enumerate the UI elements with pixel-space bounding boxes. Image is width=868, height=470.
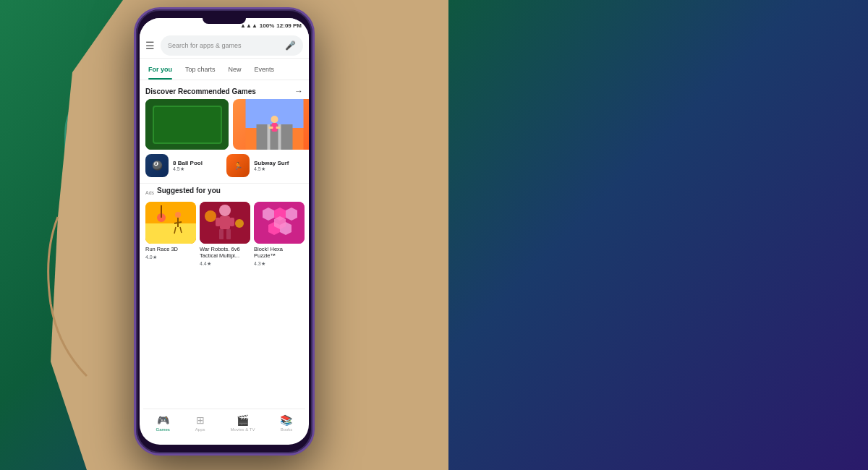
tab-top-charts[interactable]: Top charts [179, 59, 221, 80]
game-banner-subway[interactable] [233, 99, 309, 150]
phone-device: ▲▲▲ 100% 12:09 PM ☰ Search for apps & ga… [134, 7, 315, 456]
app-icon-8ball: 🎱 [145, 154, 169, 177]
tab-bar: For you Top charts New Events [140, 59, 309, 80]
suggested-item-run-race[interactable]: Run Race 3D 4.0★ [145, 202, 196, 267]
nav-item-movies[interactable]: 🎬 Movies & TV [231, 414, 255, 432]
svg-rect-33 [216, 218, 221, 226]
svg-rect-36 [226, 229, 231, 239]
svg-rect-20 [276, 127, 281, 129]
suggested-grid: Run Race 3D 4.0★ [145, 202, 303, 267]
games-nav-icon: 🎮 [157, 414, 169, 426]
svg-point-25 [175, 212, 181, 218]
phone-notch [203, 18, 246, 24]
apps-nav-icon: ⊞ [196, 414, 205, 426]
apps-nav-label: Apps [195, 427, 205, 432]
suggested-item-block-hexa[interactable]: Block! Hexa Puzzle™ 4.3★ [254, 202, 305, 267]
discover-arrow-icon[interactable]: → [294, 86, 303, 96]
nav-item-games[interactable]: 🎮 Games [156, 414, 170, 432]
volume-down-button [134, 111, 135, 132]
app-item-8ball[interactable]: 🎱 8 Ball Pool 4.5★ [145, 154, 222, 177]
suggested-name-war-robots: War Robots. 6v6 Tactical Multipl... [200, 246, 250, 259]
time-display: 12:09 PM [276, 22, 302, 29]
ads-label: Ads [145, 190, 154, 195]
thumb-war-robots [200, 202, 250, 244]
tab-events[interactable]: Events [249, 59, 281, 80]
thumb-run-race [145, 202, 196, 244]
search-bar[interactable]: ☰ Search for apps & games 🎤 [140, 33, 309, 59]
game-banner-8ball[interactable] [145, 99, 229, 150]
svg-point-7 [174, 121, 179, 127]
svg-point-31 [219, 205, 231, 216]
svg-rect-6 [162, 110, 213, 139]
suggested-rating-run-race: 4.0★ [145, 255, 196, 260]
thumb-block-hexa [254, 202, 305, 244]
app-icon-subway: 🏃 [226, 154, 250, 177]
app-info-8ball: 8 Ball Pool 4.5★ [173, 160, 222, 172]
svg-point-17 [271, 116, 278, 123]
svg-line-11 [169, 122, 191, 132]
tab-new[interactable]: New [223, 59, 247, 80]
suggested-name-run-race: Run Race 3D [145, 246, 196, 252]
app-rating-subway: 4.5★ [254, 166, 303, 172]
nav-item-books[interactable]: 📚 Books [280, 414, 292, 432]
nav-item-apps[interactable]: ⊞ Apps [195, 414, 205, 432]
battery-text: 100% [260, 22, 274, 29]
bottom-nav: 🎮 Games ⊞ Apps 🎬 Movies & TV 📚 Books [143, 409, 305, 436]
svg-point-37 [205, 210, 216, 222]
books-nav-icon: 📚 [280, 414, 292, 426]
ads-section: Ads Suggested for you [140, 183, 309, 270]
svg-point-9 [201, 124, 205, 129]
tab-for-you[interactable]: For you [142, 59, 178, 80]
suggested-rating-block-hexa: 4.3★ [254, 261, 305, 267]
discover-title: Discover Recommended Games [145, 87, 256, 95]
svg-rect-34 [229, 218, 234, 226]
svg-line-10 [176, 121, 198, 124]
hamburger-icon[interactable]: ☰ [145, 40, 155, 51]
app-item-subway[interactable]: 🏃 Subway Surf 4.5★ [226, 154, 303, 177]
pool-table-graphic [145, 99, 229, 150]
games-nav-label: Games [156, 427, 170, 432]
movies-nav-label: Movies & TV [231, 427, 255, 432]
phone-screen: ▲▲▲ 100% 12:09 PM ☰ Search for apps & ga… [140, 18, 309, 445]
suggested-rating-war-robots: 4.4★ [200, 261, 250, 267]
svg-rect-32 [220, 216, 230, 229]
suggested-title: Suggested for you [157, 187, 221, 195]
app-name-subway: Subway Surf [254, 160, 303, 166]
app-info-subway: Subway Surf 4.5★ [254, 160, 303, 172]
app-rating-8ball: 4.5★ [173, 166, 222, 172]
svg-rect-19 [269, 127, 273, 129]
suggested-name-block-hexa: Block! Hexa Puzzle™ [254, 246, 305, 259]
movies-nav-icon: 🎬 [237, 414, 249, 426]
phone-wrapper: ▲▲▲ 100% 12:09 PM ☰ Search for apps & ga… [0, 0, 434, 470]
app-list: 🎱 8 Ball Pool 4.5★ 🏃 Subway Surf 4.5★ [140, 154, 309, 183]
svg-point-38 [235, 219, 244, 228]
svg-rect-22 [145, 223, 196, 244]
suggested-item-war-robots[interactable]: War Robots. 6v6 Tactical Multipl... 4.4★ [200, 202, 250, 267]
search-placeholder: Search for apps & games [168, 42, 242, 49]
content-area: Discover Recommended Games → [140, 80, 309, 417]
discover-section-header: Discover Recommended Games → [140, 80, 309, 99]
games-scroll [140, 99, 309, 154]
microphone-icon[interactable]: 🎤 [285, 40, 296, 51]
search-input[interactable]: Search for apps & games 🎤 [161, 35, 303, 56]
app-name-8ball: 8 Ball Pool [173, 160, 222, 166]
svg-rect-35 [219, 229, 224, 239]
power-button [313, 96, 315, 125]
svg-point-8 [196, 119, 200, 123]
books-nav-label: Books [281, 427, 293, 432]
volume-up-button [134, 82, 135, 103]
